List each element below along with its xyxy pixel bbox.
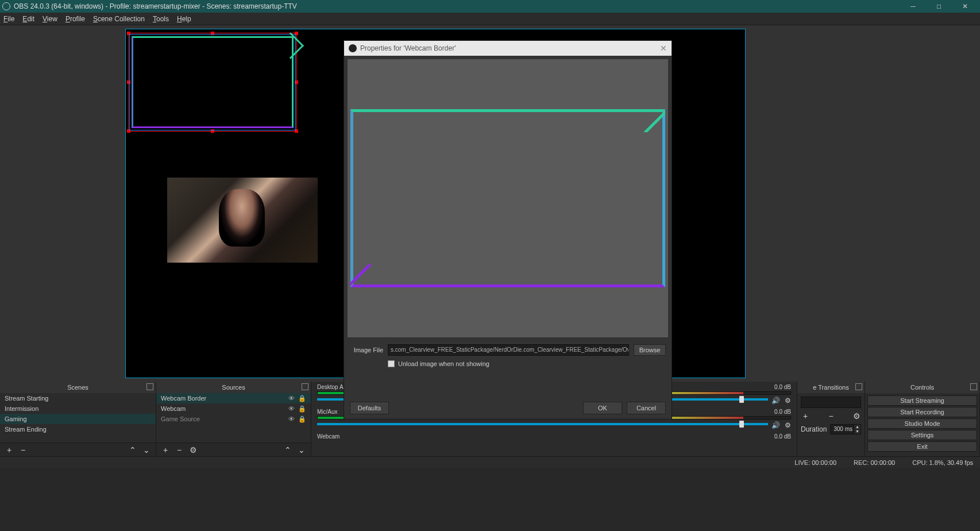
mixer-db-value: 0.0 dB: [774, 384, 791, 390]
menu-bar: File Edit View Profile Scene Collection …: [0, 13, 980, 25]
overlay-frame-graphic: [132, 36, 294, 128]
mixer-channel-name: Desktop Au: [317, 384, 346, 390]
status-cpu: CPU: 1.8%, 30.49 fps: [912, 459, 973, 466]
transition-select[interactable]: [801, 397, 861, 408]
scene-item[interactable]: Intermission: [0, 403, 156, 414]
remove-transition-button[interactable]: −: [827, 411, 836, 421]
gear-icon[interactable]: ⚙: [785, 397, 791, 405]
speaker-icon[interactable]: 🔊: [771, 397, 780, 405]
controls-panel: Controls Start Streaming Start Recording…: [865, 382, 980, 456]
dialog-preview: [348, 59, 668, 337]
mixer-channel-name: Webcam: [317, 433, 339, 440]
eye-icon[interactable]: 👁: [288, 393, 295, 403]
scenes-panel: Scenes Stream Starting Intermission Gami…: [0, 382, 156, 456]
remove-source-button[interactable]: −: [175, 445, 184, 455]
add-scene-button[interactable]: +: [5, 445, 14, 455]
menu-profile[interactable]: Profile: [65, 15, 85, 23]
volume-slider[interactable]: [317, 423, 768, 425]
dialog-titlebar[interactable]: Properties for 'Webcam Border' ✕: [344, 41, 672, 56]
controls-header: Controls: [865, 382, 979, 393]
eye-icon[interactable]: 👁: [288, 403, 295, 414]
properties-dialog: Properties for 'Webcam Border' ✕ Image F…: [344, 40, 672, 420]
webcam-face: [219, 189, 265, 247]
menu-scene-collection[interactable]: Scene Collection: [93, 15, 145, 23]
duration-label: Duration: [801, 425, 827, 433]
cancel-button[interactable]: Cancel: [627, 402, 666, 414]
sources-header: Sources: [156, 382, 311, 393]
status-rec: REC: 00:00:00: [854, 459, 895, 466]
unload-checkbox[interactable]: [388, 360, 395, 367]
window-title: OBS 24.0.3 (64-bit, windows) - Profile: …: [14, 2, 297, 10]
spin-up-icon[interactable]: ▲: [854, 425, 861, 429]
menu-file[interactable]: File: [3, 15, 14, 23]
transition-settings-button[interactable]: ⚙: [852, 411, 861, 421]
source-item[interactable]: Game Source 👁🔒: [156, 414, 311, 424]
webcam-border-source[interactable]: [129, 34, 296, 130]
transitions-popout-icon[interactable]: [855, 383, 862, 390]
remove-scene-button[interactable]: −: [18, 445, 28, 455]
add-source-button[interactable]: +: [161, 445, 170, 455]
dialog-title: Properties for 'Webcam Border': [360, 44, 456, 52]
scene-move-up-button[interactable]: ⌃: [128, 445, 137, 455]
obs-logo-icon: [2, 2, 10, 10]
lock-icon[interactable]: 🔒: [298, 393, 306, 403]
sources-popout-icon[interactable]: [302, 383, 308, 390]
slider-thumb[interactable]: [739, 421, 744, 428]
window-titlebar: OBS 24.0.3 (64-bit, windows) - Profile: …: [0, 0, 980, 13]
defaults-button[interactable]: Defaults: [350, 402, 389, 414]
start-streaming-button[interactable]: Start Streaming: [867, 395, 977, 406]
add-transition-button[interactable]: +: [801, 411, 810, 421]
mixer-channel: Webcam0.0 dB: [311, 431, 797, 441]
controls-popout-icon[interactable]: [970, 383, 977, 390]
source-move-down-button[interactable]: ⌄: [297, 445, 306, 455]
maximize-button[interactable]: □: [926, 0, 952, 13]
close-button[interactable]: ✕: [952, 0, 978, 13]
browse-button[interactable]: Browse: [634, 344, 666, 356]
source-move-up-button[interactable]: ⌃: [283, 445, 292, 455]
preview-overlay-frame: [350, 109, 665, 287]
menu-view[interactable]: View: [43, 15, 57, 23]
menu-tools[interactable]: Tools: [153, 15, 169, 23]
obs-logo-icon: [349, 44, 357, 52]
gear-icon[interactable]: ⚙: [785, 421, 791, 429]
menu-edit[interactable]: Edit: [22, 15, 34, 23]
settings-button[interactable]: Settings: [867, 430, 977, 440]
image-file-label: Image File: [350, 347, 383, 353]
source-item[interactable]: Webcam Border 👁🔒: [156, 393, 311, 403]
duration-spinner[interactable]: 300 ms ▲▼: [830, 424, 861, 434]
transitions-header: e Transitions: [797, 382, 865, 393]
source-item[interactable]: Webcam 👁🔒: [156, 403, 311, 414]
slider-thumb[interactable]: [739, 396, 744, 403]
scene-item[interactable]: Stream Ending: [0, 424, 156, 434]
image-file-input[interactable]: s.com_Clearview_FREE_StaticPackage/NerdO…: [388, 344, 629, 356]
studio-mode-button[interactable]: Studio Mode: [867, 418, 977, 429]
sources-panel: Sources Webcam Border 👁🔒 Webcam 👁🔒 Game …: [156, 382, 311, 456]
ok-button[interactable]: OK: [583, 402, 622, 414]
lock-icon[interactable]: 🔒: [298, 414, 306, 424]
status-bar: LIVE: 00:00:00 REC: 00:00:00 CPU: 1.8%, …: [0, 456, 980, 468]
start-recording-button[interactable]: Start Recording: [867, 407, 977, 417]
spin-down-icon[interactable]: ▼: [854, 429, 861, 434]
sources-list[interactable]: Webcam Border 👁🔒 Webcam 👁🔒 Game Source 👁…: [156, 393, 311, 442]
mixer-channel-name: Mic/Aux: [317, 409, 338, 415]
scenes-header: Scenes: [0, 382, 156, 393]
eye-icon[interactable]: 👁: [288, 414, 295, 424]
exit-button[interactable]: Exit: [867, 441, 977, 452]
mixer-db-value: 0.0 dB: [774, 409, 791, 415]
transitions-panel: e Transitions + − ⚙ Duration 300 ms ▲▼: [797, 382, 865, 456]
minimize-button[interactable]: ─: [900, 0, 926, 13]
status-live: LIVE: 00:00:00: [794, 459, 836, 466]
scene-item[interactable]: Stream Starting: [0, 393, 156, 403]
speaker-icon[interactable]: 🔊: [771, 421, 780, 429]
dialog-close-button[interactable]: ✕: [660, 44, 667, 53]
scene-move-down-button[interactable]: ⌄: [142, 445, 151, 455]
scene-item[interactable]: Gaming: [0, 414, 156, 424]
scenes-list[interactable]: Stream Starting Intermission Gaming Stre…: [0, 393, 156, 442]
menu-help[interactable]: Help: [177, 15, 191, 23]
webcam-source[interactable]: [167, 178, 318, 263]
unload-label: Unload image when not showing: [398, 360, 489, 367]
source-properties-button[interactable]: ⚙: [188, 445, 198, 455]
scenes-popout-icon[interactable]: [146, 383, 153, 390]
lock-icon[interactable]: 🔒: [298, 403, 306, 414]
mixer-db-value: 0.0 dB: [774, 433, 791, 440]
